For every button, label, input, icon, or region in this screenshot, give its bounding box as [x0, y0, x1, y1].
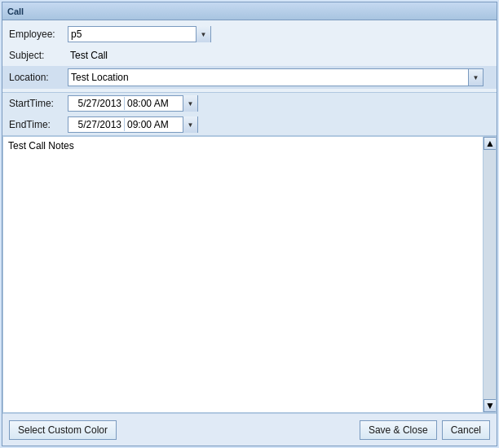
end-time-dropdown-icon: ▼: [188, 121, 194, 129]
employee-row: Employee: ▼: [2, 24, 497, 45]
end-time-label: EndTime:: [9, 119, 68, 130]
subject-input[interactable]: [68, 47, 457, 64]
location-dropdown-icon: ▼: [473, 74, 479, 81]
scroll-down-icon: ▼: [485, 400, 495, 411]
start-time-input[interactable]: [124, 97, 183, 110]
employee-select-wrapper: ▼: [68, 26, 211, 42]
scrollbar-track: ▲ ▼: [483, 137, 496, 412]
end-time-row: EndTime: ▼: [2, 114, 497, 135]
location-label: Location:: [9, 72, 68, 83]
start-time-label: StartTime:: [9, 98, 68, 109]
start-date-input[interactable]: [68, 97, 124, 110]
scroll-down-btn[interactable]: ▼: [484, 399, 497, 412]
scroll-up-btn[interactable]: ▲: [484, 137, 497, 150]
end-date-input[interactable]: [68, 118, 124, 131]
window-title: Call: [7, 7, 24, 16]
start-datetime-field: ▼: [68, 95, 198, 112]
save-close-button[interactable]: Save & Close: [360, 420, 437, 440]
subject-label: Subject:: [9, 50, 68, 61]
start-time-dropdown-icon: ▼: [188, 100, 194, 108]
end-time-dropdown-btn[interactable]: ▼: [183, 116, 197, 133]
employee-dropdown-btn[interactable]: ▼: [196, 26, 210, 42]
datetime-area: StartTime: ▼ EndTime: ▼: [2, 93, 497, 136]
start-time-dropdown-btn[interactable]: ▼: [183, 95, 197, 112]
location-row: Location: ▼: [2, 66, 497, 89]
location-input-wrapper: ▼: [68, 68, 484, 86]
footer: Select Custom Color Save & Close Cancel: [2, 413, 497, 446]
employee-label: Employee:: [9, 29, 68, 40]
custom-color-button[interactable]: Select Custom Color: [9, 420, 117, 440]
employee-dropdown-icon: ▼: [201, 31, 207, 38]
notes-textarea[interactable]: [3, 137, 496, 412]
cancel-button[interactable]: Cancel: [442, 420, 490, 440]
form-area: Employee: ▼ Subject: Location: ▼: [2, 20, 497, 93]
end-time-input[interactable]: [124, 118, 183, 131]
notes-area: ▲ ▼: [2, 136, 497, 413]
employee-input[interactable]: [68, 26, 196, 42]
start-time-row: StartTime: ▼: [2, 93, 497, 114]
scrollbar-thumb[interactable]: [484, 150, 496, 399]
scroll-up-icon: ▲: [485, 138, 495, 149]
end-datetime-field: ▼: [68, 116, 198, 133]
title-bar: Call: [2, 2, 497, 20]
location-input[interactable]: [68, 69, 468, 86]
location-dropdown-btn[interactable]: ▼: [468, 69, 483, 86]
call-window: Call Employee: ▼ Subject: Location: ▼: [2, 2, 497, 446]
subject-row: Subject:: [2, 45, 497, 66]
